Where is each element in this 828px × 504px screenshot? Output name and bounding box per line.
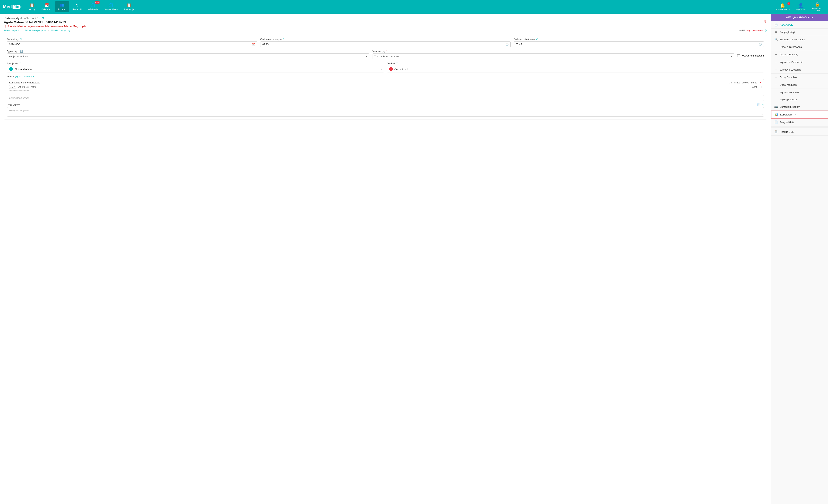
services-label: Usługi (1) 200.00 brutto ⏱ [7,75,764,78]
service-close-button[interactable]: ✕ [759,81,762,84]
sidebar-item-karta-wizyty[interactable]: 📄 Karta wizyty [771,21,828,29]
sidebar-dodaj-recepte-label: Dodaj e-Receptę [780,53,798,56]
cursor-pointer: ↖ [795,113,796,116]
nav-right: 1 🔔 Powiadomienia 👤 Moje konto 🔒 Zabezpi… [773,1,825,13]
help-icon[interactable]: ❓ [763,20,767,25]
sidebar-zalaczniki-label: Załączniki (0) [780,121,794,124]
ewus-section: Edytuj pacjenta - Pokaż dane pacjenta - … [4,29,767,33]
title-placeholder: kliknij aby uzupełnić [9,109,29,112]
sidebar-divider [771,126,828,128]
sidebar-sprzedaj-label: Sprzedaj produkty [780,105,800,108]
sidebar-item-dodaj-e-recepte[interactable]: ＋ Dodaj e-Receptę [771,51,828,58]
sidebar-item-zrealizuj-e-skierowanie[interactable]: 🔍 Zrealizuj e-Skierowanie [771,36,828,43]
edit-patient-link[interactable]: Edytuj pacjenta [4,29,19,32]
godzina-rozpoczecia-label: Godzina rozpoczęcia ⏱ [260,38,510,41]
sidebar-item-kalkulatory[interactable]: 📊 Kalkulatory ↖ [771,110,828,119]
title-input[interactable]: kliknij aby uzupełnić ⤡ [7,107,764,117]
add-formularz-icon: ＋ [774,76,778,79]
service-add-input[interactable]: wpisz nazwę usługi [7,95,764,101]
godzina-zakonczenia-input[interactable]: 07:45 🕐 [514,41,764,47]
main-layout: Karta wizyty domyślna · zmień ▾ ⏱ Agata … [0,14,828,504]
service-main-row: Konsultacja pierwszorazowa 30 minut 200.… [9,81,762,84]
wydaj-icon: ↑ [774,98,778,101]
sidebar-rachunek-label: Wystaw rachunek [780,91,799,94]
nav-kalendarz[interactable]: 📅 Kalendarz [39,1,54,12]
service-brutto: 200.00 [742,81,749,84]
nav-wizyty-label: Wizyty [29,8,35,11]
specjalista-label: Specjalista ⏱ [7,62,384,65]
specjalista-value: Aleksandra Mak [14,68,32,71]
nav-powiadomienia[interactable]: 1 🔔 Powiadomienia [773,2,792,12]
service-name: Konsultacja pierwszorazowa [9,81,727,84]
service-comment-input[interactable]: wprowadź komentarz [9,89,762,93]
wizyta-refundowana-checkbox[interactable] [737,54,740,57]
sidebar-item-podglad[interactable]: 👁 Podgląd wizyt [771,29,828,36]
wizyta-refundowana-row[interactable]: Wizyta refundowana [737,54,764,58]
nav-ezdrowie[interactable]: NEW 🌐 e-Zdrowie [85,1,101,12]
pacjenci-icon: 👥 [59,3,64,7]
sidebar-item-wydaj-produkty[interactable]: ↑ Wydaj produkty [771,96,828,103]
resize-handle: ⤡ [761,113,763,116]
sidebar-karta-wizyty-label: Karta wizyty [780,24,793,26]
calendar-icon: 📅 [252,43,255,46]
sidebar-item-dodaj-e-skierowanie[interactable]: ＋ Dodaj e-Skierowanie [771,43,828,51]
gabinet-select[interactable]: Gabinet nr 1 ▾ [387,65,764,73]
rabat-checkbox[interactable] [759,86,762,88]
nav-strona-www[interactable]: 🌐 Strona WWW [101,1,121,12]
form-section: Data wizyty ⏱ 2024-05-01 📅 Godzina rozpo… [4,35,767,120]
sidebar-zlecenia-label: Wystaw e-Zlecenia [780,68,801,71]
time-icon-2: 🕐 [759,43,762,46]
services-count: (1) 200.00 brutto [15,75,32,78]
warning-row: ❗ Brak identyfikatora pacjenta uniemożli… [4,25,86,28]
specjalista-select[interactable]: Aleksandra Mak ▾ [7,65,384,73]
data-clock-icon: ⏱ [19,38,22,41]
change-link[interactable]: ▾ [39,17,40,19]
gabinet-label: Gabinet ⏱ [387,62,764,65]
nav-moje-konto[interactable]: 👤 Moje konto [793,2,808,12]
gz-clock-icon: ⏱ [536,38,539,41]
notification-badge: 1 [787,2,790,5]
warning-text: Brak identyfikatora pacjenta uniemożliwi… [7,25,86,28]
vat-select[interactable]: zw ▾ [9,85,16,89]
sidebar-item-wystaw-e-zlecenia[interactable]: ＋ Wystaw e-Zlecenia [771,66,828,74]
service-unit: minut [734,81,740,84]
godzina-rozpoczecia-input[interactable]: 07:15 🕐 [260,41,510,47]
nav-wizyty[interactable]: 📋 Wizyty [26,1,38,12]
wizyta-refundowana-group: Wizyta refundowana [737,54,764,59]
typ-wizyty-select[interactable]: Akcja ratownicza ▾ [7,53,369,59]
data-wizyty-input[interactable]: 2024-05-01 📅 [7,41,257,47]
sidebar-item-dodaj-medsign[interactable]: ＋ Dodaj MedSign [771,81,828,89]
sidebar-kalkulatory-label: Kalkulatory [780,113,792,116]
nav-zabezpiecz[interactable]: 🔒 Zabezpiecz 119:45 [810,1,825,13]
title-label-text: Tytuł wizyty [7,103,19,106]
separator1: - [22,29,23,32]
status-wizyty-select[interactable]: Zdarzenie zakończone. ▾ [372,53,735,59]
nav-rachunki-label: Rachunki [73,8,82,11]
specialist-avatar [9,67,13,71]
zrealizuj-icon: 🔍 [774,38,778,41]
card-title-group: Karta wizyty domyślna · zmień ▾ ⏱ Agata … [4,17,86,28]
sidebar-item-historia-edm[interactable]: 📋 Historia EDM [771,128,828,136]
title-clock-icon: ⏱ [761,103,764,106]
sidebar-zrealizuj-label: Zrealizuj e-Skierowanie [780,38,805,41]
nav-zabezpiecz-label: Zabezpiecz 119:45 [812,7,823,12]
services-title: Usługi [7,75,14,78]
logo[interactable]: Med File ® [3,4,22,9]
sidebar-item-wystaw-rachunek[interactable]: ↑ Wystaw rachunek [771,89,828,96]
kalkulatory-icon: 📊 [775,113,778,116]
separator2: - [48,29,49,32]
sidebar-item-dodaj-formularz[interactable]: ＋ Dodaj formularz [771,74,828,81]
nav-rachunki[interactable]: $ Rachunki [70,2,85,12]
sidebar-item-zalaczniki[interactable]: 📄 Załączniki (0) [771,119,828,126]
nav-pacjenci[interactable]: 👥 Pacjenci [55,1,69,12]
show-patient-link[interactable]: Pokaż dane pacjenta [25,29,46,32]
add-zwolnienie-icon: ＋ [774,60,778,64]
specialist-inner: Aleksandra Mak [9,67,32,71]
nav-instrukcje[interactable]: 📋 Instrukcje [122,1,136,12]
sidebar-podglad-label: Podgląd wizyt [780,31,795,34]
godzina-rozpoczecia-value: 07:15 [262,43,268,46]
status-wizyty-value: Zdarzenie zakończone. [374,55,400,58]
sidebar-item-sprzedaj-produkty[interactable]: 📷 Sprzedaj produkty [771,103,828,110]
sidebar-item-wystaw-e-zwolnienie[interactable]: ＋ Wystaw e-Zwolnienie [771,58,828,66]
wywiad-link[interactable]: Wywiad medyczny [51,29,70,32]
